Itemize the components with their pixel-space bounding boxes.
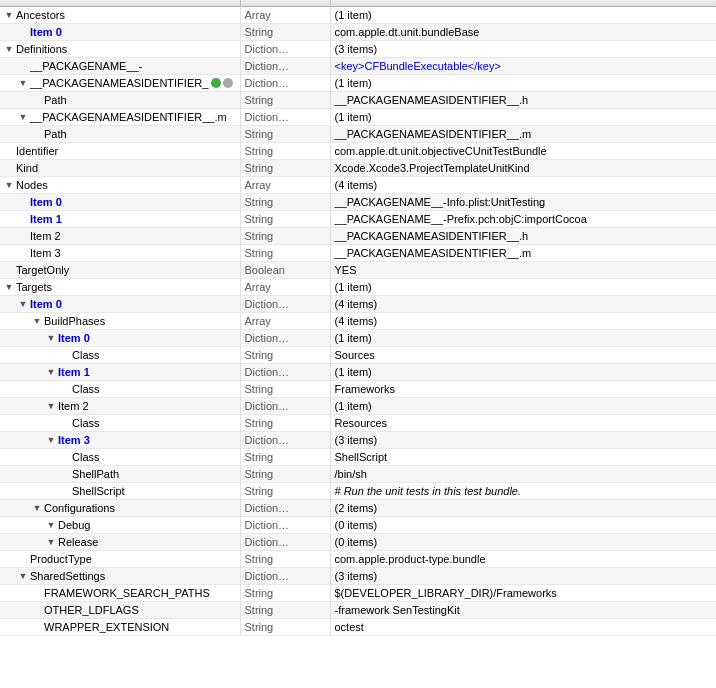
type-cell: String [240,381,330,398]
value-cell: (1 item) [330,330,716,347]
indicator-icon [223,78,233,88]
type-cell: Diction… [240,432,330,449]
expand-triangle[interactable] [4,282,14,292]
value-label: __PACKAGENAMEASIDENTIFIER__.m [335,247,532,259]
type-cell: String [240,126,330,143]
value-label: /bin/sh [335,468,367,480]
type-cell: Diction… [240,517,330,534]
value-cell: (3 items) [330,432,716,449]
key-cell: Path [0,92,240,109]
value-label: __PACKAGENAMEASIDENTIFIER__.m [335,128,532,140]
value-label: Frameworks [335,383,396,395]
key-cell: Targets [0,279,240,296]
key-label: Path [42,94,67,106]
key-label: Class [70,383,100,395]
value-cell: $(DEVELOPER_LIBRARY_DIR)/Frameworks [330,585,716,602]
expand-triangle[interactable] [4,44,14,54]
value-label: (4 items) [335,298,378,310]
key-label: Item 2 [56,400,89,412]
value-label: (3 items) [335,570,378,582]
value-label: <key>CFBundleExecutable</key> [335,60,501,72]
type-cell: String [240,24,330,41]
value-label: (3 items) [335,43,378,55]
key-cell: ShellPath [0,466,240,483]
type-cell: String [240,92,330,109]
table-row: Item 0String__PACKAGENAME__-Info.plist:U… [0,194,716,211]
table-row: BuildPhasesArray(4 items) [0,313,716,330]
value-label: (1 item) [335,400,372,412]
key-label: Item 0 [56,332,90,344]
key-label: Item 1 [28,213,62,225]
type-label: String [245,196,274,208]
type-label: Diction… [245,60,290,72]
type-cell: String [240,619,330,636]
expand-triangle[interactable] [4,180,14,190]
table-row: OTHER_LDFLAGSString-framework SenTesting… [0,602,716,619]
type-cell: Diction… [240,364,330,381]
value-cell: ShellScript [330,449,716,466]
key-label: Item 0 [28,26,62,38]
key-cell: ProductType [0,551,240,568]
value-cell: (0 items) [330,534,716,551]
expand-triangle[interactable] [32,503,42,513]
value-label: (4 items) [335,315,378,327]
expand-triangle[interactable] [18,299,28,309]
table-row: Item 2Diction…(1 item) [0,398,716,415]
key-label: Item 0 [28,298,62,310]
key-label: Item 0 [28,196,62,208]
type-label: String [245,145,274,157]
key-label: SharedSettings [28,570,105,582]
table-row: ShellPathString/bin/sh [0,466,716,483]
type-label: Diction… [245,332,290,344]
expand-triangle[interactable] [46,537,56,547]
expand-triangle[interactable] [46,333,56,343]
table-row: AncestorsArray(1 item) [0,7,716,24]
expand-triangle[interactable] [46,520,56,530]
value-cell: (4 items) [330,296,716,313]
expand-triangle[interactable] [4,10,14,20]
key-cell: FRAMEWORK_SEARCH_PATHS [0,585,240,602]
expand-triangle[interactable] [32,316,42,326]
value-cell: __PACKAGENAMEASIDENTIFIER__.m [330,126,716,143]
value-label: (0 items) [335,519,378,531]
expand-triangle[interactable] [46,435,56,445]
key-label: Path [42,128,67,140]
value-label: (4 items) [335,179,378,191]
table-row: PathString__PACKAGENAMEASIDENTIFIER__.m [0,126,716,143]
expand-triangle[interactable] [46,367,56,377]
key-cell: __PACKAGENAME__- [0,58,240,75]
type-label: String [245,468,274,480]
value-cell: # Run the unit tests in this test bundle… [330,483,716,500]
type-cell: String [240,602,330,619]
value-cell: com.apple.dt.unit.objectiveCUnitTestBund… [330,143,716,160]
type-label: Diction… [245,43,290,55]
type-label: String [245,553,274,565]
key-label: Definitions [14,43,67,55]
value-label: (1 item) [335,111,372,123]
key-label: Item 3 [56,434,90,446]
value-cell: __PACKAGENAMEASIDENTIFIER__.h [330,228,716,245]
expand-triangle[interactable] [18,112,28,122]
table-row: Item 0Stringcom.apple.dt.unit.bundleBase [0,24,716,41]
type-cell: Diction… [240,109,330,126]
value-label: ShellScript [335,451,388,463]
value-label: -framework SenTestingKit [335,604,460,616]
key-cell: Definitions [0,41,240,58]
type-cell: Array [240,177,330,194]
value-cell: (3 items) [330,41,716,58]
type-label: String [245,451,274,463]
expand-triangle[interactable] [18,571,28,581]
expand-triangle[interactable] [46,401,56,411]
type-cell: String [240,415,330,432]
expand-triangle[interactable] [18,78,28,88]
key-cell: __PACKAGENAMEASIDENTIFIER__.m [0,109,240,126]
value-cell: YES [330,262,716,279]
value-cell: Resources [330,415,716,432]
key-cell: Item 0 [0,24,240,41]
table-row: Item 1Diction…(1 item) [0,364,716,381]
type-label: String [245,604,274,616]
value-label: com.apple.dt.unit.objectiveCUnitTestBund… [335,145,547,157]
key-label: Debug [56,519,90,531]
type-label: String [245,417,274,429]
value-label: (3 items) [335,434,378,446]
